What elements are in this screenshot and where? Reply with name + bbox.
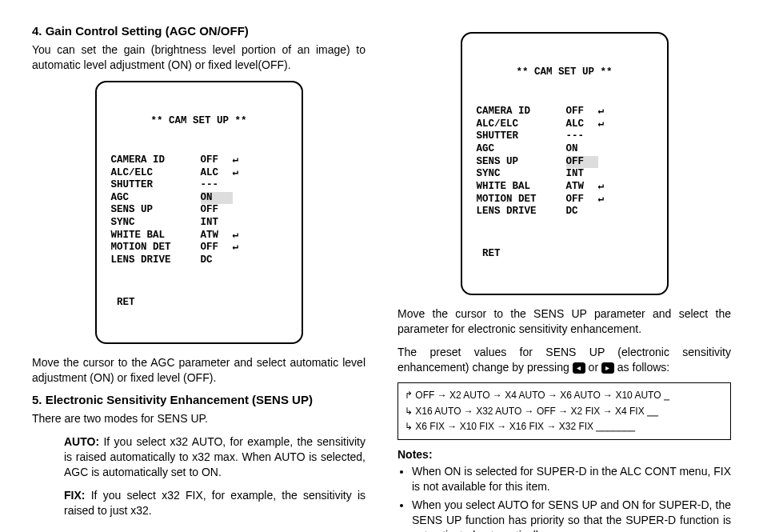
menu-ret: RET [477,248,653,261]
menu-row: AGCON [111,192,287,205]
notes-heading: Notes: [397,448,731,461]
menu-ret: RET [111,297,287,310]
menu-row: SYNCINT [111,217,287,230]
menu-param-label: SHUTTER [111,179,201,192]
menu-param-value: OFF [201,204,233,217]
menu-param-value: ALC [566,118,598,131]
menu-row: WHITE BALATW↵ [477,181,653,194]
menu-mark-icon [233,192,249,205]
fix-desc: FIX: If you select x32 FIX, for example,… [64,488,366,518]
menu-mark-icon: ↵ [598,106,614,118]
notes-list: When ON is selected for SUPER-D in the A… [412,464,731,532]
left-button-icon: ◂ [573,362,585,374]
sensup-para2: The preset values for SENS UP (electroni… [397,345,731,375]
left-column: 4. Gain Control Setting (AGC ON/OFF) You… [32,24,366,532]
right-column: ** CAM SET UP ** CAMERA IDOFF↵ALC/ELCALC… [397,24,731,532]
menu-param-label: SHUTTER [477,130,566,143]
menu-mark-icon: ↵ [598,194,614,206]
menu-param-label: LENS DRIVE [477,206,566,218]
menu-param-value: OFF [566,106,598,118]
menu-param-value: --- [201,179,233,192]
menu-row: WHITE BALATW↵ [111,230,287,242]
menu-param-value: ON [201,192,233,205]
auto-text: If you select x32 AUTO, for example, the… [64,435,366,478]
menu-param-value: OFF [201,242,233,254]
section4-heading: 4. Gain Control Setting (AGC ON/OFF) [32,24,366,38]
menu-row: AGCON [477,143,653,156]
menu-param-label: MOTION DET [111,242,201,254]
menu-param-value: DC [201,254,233,267]
flow-row-2: ↳ X16 AUTO → X32 AUTO → OFF → X2 FIX → X… [405,404,724,419]
sensup-para1: Move the cursor to the SENS UP parameter… [397,306,731,337]
menu-mark-icon: ↵ [233,167,249,180]
menu-mark-icon: ↵ [598,181,614,194]
menu-mark-icon [598,143,614,156]
menu-param-label: SENS UP [477,156,566,169]
menu-row: ALC/ELCALC↵ [111,167,287,180]
menu-mark-icon: ↵ [233,154,249,167]
menu-param-label: LENS DRIVE [111,254,201,267]
menu-mark-icon: ↵ [233,230,249,242]
sensup-value-flow: ↱ OFF → X2 AUTO → X4 AUTO → X6 AUTO → X1… [397,382,731,440]
section5-intro: There are two modes for SENS UP. [32,411,366,426]
auto-label: AUTO: [64,435,99,448]
note-item: When ON is selected for SUPER-D in the A… [412,464,731,494]
menu-param-label: MOTION DET [477,194,566,206]
menu-param-label: AGC [111,192,201,205]
menu-param-value: DC [566,206,598,218]
menu-mark-icon [233,204,249,217]
menu-param-value: --- [566,130,598,143]
menu-mark-icon [598,156,614,169]
cam-setup-menu-agc: ** CAM SET UP ** CAMERA IDOFF↵ALC/ELCALC… [95,81,303,344]
section4-post: Move the cursor to the AGC parameter and… [32,355,366,386]
menu-param-label: WHITE BAL [111,230,201,242]
menu-param-label: SENS UP [111,204,201,217]
menu-param-label: SYNC [477,168,566,181]
menu-mark-icon [233,254,249,267]
fix-text: If you select x32 FIX, for example, the … [64,489,366,517]
menu-row: MOTION DETOFF↵ [477,194,653,206]
menu-param-value: INT [201,217,233,230]
menu-row: SHUTTER--- [111,179,287,192]
cam-setup-menu-sensup: ** CAM SET UP ** CAMERA IDOFF↵ALC/ELCALC… [461,32,669,295]
flow-row-1: ↱ OFF → X2 AUTO → X4 AUTO → X6 AUTO → X1… [405,388,724,403]
flow-row-3: ↳ X6 FIX → X10 FIX → X16 FIX → X32 FIX ⎯… [405,419,724,434]
menu-param-value: ON [566,143,598,156]
menu-mark-icon [598,206,614,218]
menu-mark-icon [233,179,249,192]
menu-mark-icon [598,130,614,143]
menu-row: CAMERA IDOFF↵ [477,106,653,118]
menu-mark-icon: ↵ [233,242,249,254]
menu-mark-icon [233,217,249,230]
page-columns: 4. Gain Control Setting (AGC ON/OFF) You… [32,24,731,532]
fix-label: FIX: [64,489,85,502]
menu-param-label: CAMERA ID [111,154,201,167]
note-item: When you select AUTO for SENS UP and ON … [412,498,731,532]
menu-param-label: WHITE BAL [477,181,566,194]
section4-intro: You can set the gain (brightness level p… [32,42,366,73]
menu-param-value: OFF [566,194,598,206]
menu-row: LENS DRIVEDC [111,254,287,267]
menu-mark-icon: ↵ [598,118,614,131]
auto-desc: AUTO: If you select x32 AUTO, for exampl… [64,434,366,480]
menu-param-label: ALC/ELC [477,118,566,131]
menu-param-label: AGC [477,143,566,156]
menu-param-value: OFF [201,154,233,167]
menu-param-label: SYNC [111,217,201,230]
menu-param-value: ATW [566,181,598,194]
menu-row: SENS UPOFF [111,204,287,217]
menu-row: SYNCINT [477,168,653,181]
menu-param-value: ATW [201,230,233,242]
menu-param-label: ALC/ELC [111,167,201,180]
menu-row: MOTION DETOFF↵ [111,242,287,254]
menu-mark-icon [598,168,614,181]
section5-heading: 5. Electronic Sensitivity Enhancement (S… [32,393,366,406]
menu-row: SENS UPOFF [477,156,653,169]
menu-param-value: ALC [201,167,233,180]
menu-title: ** CAM SET UP ** [477,66,653,79]
menu-row: ALC/ELCALC↵ [477,118,653,131]
menu-row: LENS DRIVEDC [477,206,653,218]
right-button-icon: ▸ [601,362,614,374]
menu-row: SHUTTER--- [477,130,653,143]
menu-param-label: CAMERA ID [477,106,566,118]
